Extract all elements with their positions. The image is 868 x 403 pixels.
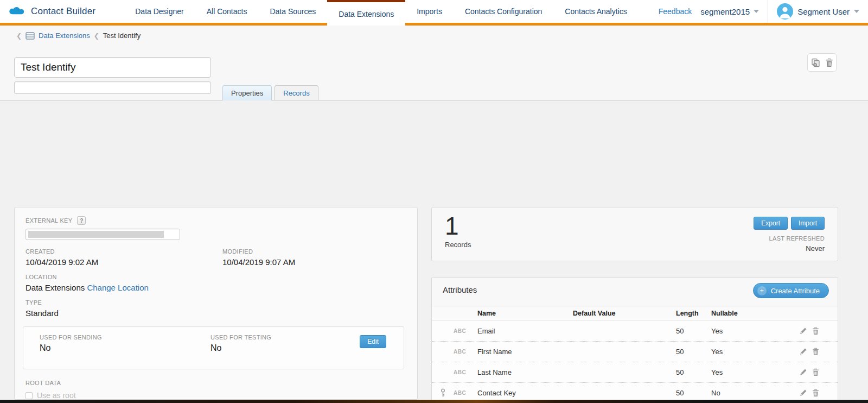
edit-sending-button[interactable]: Edit xyxy=(360,335,386,348)
delete-attribute-icon[interactable] xyxy=(812,389,819,397)
column-name: Name xyxy=(477,310,573,317)
text-type-icon: ABC xyxy=(454,349,477,355)
detail-tabs: PropertiesRecords xyxy=(222,85,318,100)
user-avatar-icon xyxy=(777,3,793,20)
modified-label: MODIFIED xyxy=(222,248,406,255)
delete-attribute-icon[interactable] xyxy=(812,368,819,376)
used-for-sending-label: USED FOR SENDING xyxy=(40,334,210,341)
external-key-label: EXTERNAL KEY xyxy=(25,217,72,224)
attribute-nullable: Yes xyxy=(711,368,800,376)
divider xyxy=(768,0,768,23)
chevron-left-icon: ❮ xyxy=(94,33,99,39)
sending-settings-box: USED FOR SENDING No USED FOR TESTING No … xyxy=(23,326,404,369)
modified-value: 10/04/2019 9:07 AM xyxy=(222,257,406,267)
primary-key-icon xyxy=(432,388,454,398)
top-navigation: Contact Builder Data DesignerAll Contact… xyxy=(0,0,868,26)
use-as-root-checkbox[interactable] xyxy=(25,392,33,399)
attribute-nullable: Yes xyxy=(711,348,800,356)
delete-extension-icon[interactable] xyxy=(825,58,833,67)
nav-tab-data-sources[interactable]: Data Sources xyxy=(258,0,327,23)
create-attribute-button[interactable]: + Create Attribute xyxy=(753,283,829,298)
last-refreshed-label: LAST REFRESHED xyxy=(769,235,825,242)
type-value: Standard xyxy=(25,308,406,318)
used-for-sending-value: No xyxy=(40,343,210,353)
plus-icon: + xyxy=(757,286,767,295)
attribute-nullable: Yes xyxy=(711,327,800,335)
user-menu[interactable]: Segment User xyxy=(777,3,859,20)
change-location-link[interactable]: Change Location xyxy=(87,283,148,292)
breadcrumb-current: Test Identify xyxy=(103,32,141,40)
nav-tab-contacts-configuration[interactable]: Contacts Configuration xyxy=(454,0,553,23)
created-label: CREATED xyxy=(25,248,222,255)
chevron-down-icon xyxy=(854,10,859,13)
tab-records[interactable]: Records xyxy=(275,85,318,100)
column-nullable: Nullable xyxy=(711,310,800,317)
nav-tab-imports[interactable]: Imports xyxy=(405,0,454,23)
account-name: segment2015 xyxy=(700,7,750,16)
root-data-label: ROOT DATA xyxy=(25,380,406,386)
edit-attribute-icon[interactable] xyxy=(800,389,807,397)
nav-tab-contacts-analytics[interactable]: Contacts Analytics xyxy=(553,0,638,23)
attribute-length: 50 xyxy=(676,389,711,397)
breadcrumb-parent-link[interactable]: Data Extensions xyxy=(39,32,90,40)
chevron-down-icon xyxy=(754,10,759,13)
type-label: TYPE xyxy=(25,299,406,306)
edit-attribute-icon[interactable] xyxy=(800,368,807,376)
app-brand: Contact Builder xyxy=(8,0,95,23)
primary-nav: Data DesignerAll ContactsData SourcesDat… xyxy=(124,0,638,26)
use-as-root-label: Use as root xyxy=(37,391,76,400)
attribute-name: First Name xyxy=(477,348,573,356)
bottom-edge-strip xyxy=(0,400,868,403)
column-length: Length xyxy=(676,310,711,317)
attributes-card: Attributes + Create Attribute Name Defau… xyxy=(431,277,838,403)
attribute-name: Contact Key xyxy=(477,389,573,397)
nav-tab-data-extensions[interactable]: Data Extensions xyxy=(327,0,405,26)
location-label: LOCATION xyxy=(25,274,406,280)
used-for-testing-label: USED FOR TESTING xyxy=(210,334,271,341)
attribute-row-last-name: ABCLast Name50Yes xyxy=(432,362,838,382)
tab-properties[interactable]: Properties xyxy=(222,85,272,100)
attribute-row-first-name: ABCFirst Name50Yes xyxy=(432,341,838,362)
cloud-logo-icon xyxy=(8,5,26,18)
attribute-length: 50 xyxy=(676,348,711,356)
records-label: Records xyxy=(445,241,825,249)
external-key-input[interactable] xyxy=(25,229,180,240)
nav-tab-all-contacts[interactable]: All Contacts xyxy=(195,0,259,23)
attributes-table: Name Default Value Length Nullable ABCEm… xyxy=(432,306,838,403)
text-type-icon: ABC xyxy=(454,328,477,334)
extension-description-input[interactable] xyxy=(14,81,211,94)
create-attribute-label: Create Attribute xyxy=(771,287,820,295)
attribute-nullable: No xyxy=(711,389,800,397)
edit-attribute-icon[interactable] xyxy=(800,348,807,356)
copy-extension-icon[interactable] xyxy=(811,58,821,67)
help-icon[interactable]: ? xyxy=(77,216,86,225)
properties-panel: EXTERNAL KEY ? CREATED 10/04/2019 9:02 A… xyxy=(14,207,418,400)
breadcrumb: ❮ Data Extensions ❮ Test Identify xyxy=(16,32,141,40)
attributes-title: Attributes xyxy=(443,285,477,294)
user-name: Segment User xyxy=(797,7,850,16)
edit-attribute-icon[interactable] xyxy=(800,327,807,335)
extension-actions-group xyxy=(807,53,837,72)
attribute-row-email: ABCEmail50Yes xyxy=(432,320,838,341)
feedback-link[interactable]: Feedback xyxy=(659,7,692,16)
main-content: EXTERNAL KEY ? CREATED 10/04/2019 9:02 A… xyxy=(0,100,868,403)
export-button[interactable]: Export xyxy=(754,217,788,230)
import-button[interactable]: Import xyxy=(791,217,825,230)
delete-attribute-icon[interactable] xyxy=(812,348,819,356)
used-for-testing-value: No xyxy=(210,343,271,353)
account-menu[interactable]: segment2015 xyxy=(700,7,759,16)
last-refreshed-value: Never xyxy=(806,244,825,253)
attribute-name: Last Name xyxy=(477,368,573,376)
extension-name-input[interactable] xyxy=(14,57,211,78)
delete-attribute-icon[interactable] xyxy=(812,327,819,335)
nav-right-group: Feedback segment2015 Segment User xyxy=(659,0,868,23)
nav-tab-data-designer[interactable]: Data Designer xyxy=(124,0,195,23)
attribute-length: 50 xyxy=(676,368,711,376)
attribute-name: Email xyxy=(477,327,573,335)
attributes-table-header: Name Default Value Length Nullable xyxy=(432,306,838,320)
attribute-length: 50 xyxy=(676,327,711,335)
contact-builder-page: Contact Builder Data DesignerAll Contact… xyxy=(0,0,868,403)
created-value: 10/04/2019 9:02 AM xyxy=(25,257,222,267)
records-card: 1 Records Export Import LAST REFRESHED N… xyxy=(431,207,838,261)
chevron-left-icon: ❮ xyxy=(16,33,22,39)
